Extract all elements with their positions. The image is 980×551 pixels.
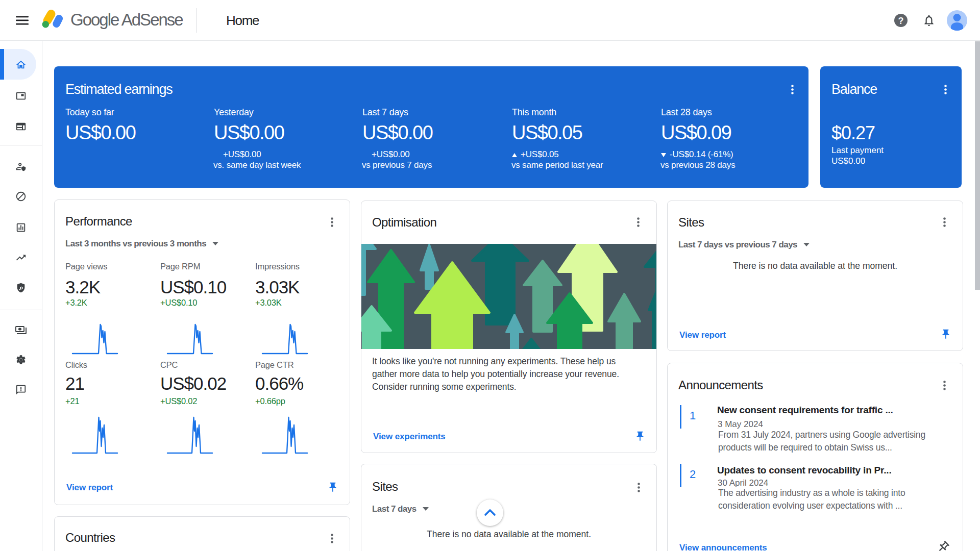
svg-text:?: ?: [898, 16, 904, 26]
